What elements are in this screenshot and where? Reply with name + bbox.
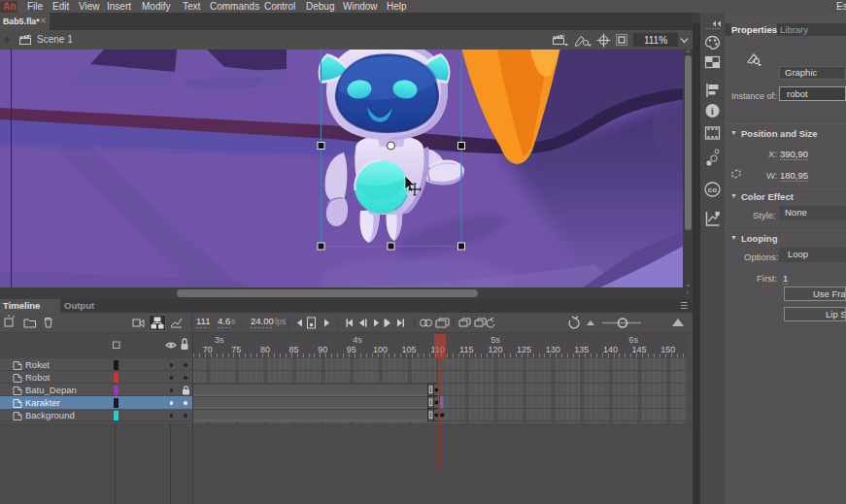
svg-text:111: 111 xyxy=(196,316,210,326)
svg-text:4.6: 4.6 xyxy=(218,316,230,326)
svg-text:i: i xyxy=(711,106,714,117)
svg-text:111%: 111% xyxy=(644,35,667,46)
svg-text:s: s xyxy=(231,317,235,326)
svg-text:fps: fps xyxy=(275,317,286,326)
svg-text:24.00: 24.00 xyxy=(251,316,274,326)
svg-text:co: co xyxy=(708,185,717,194)
